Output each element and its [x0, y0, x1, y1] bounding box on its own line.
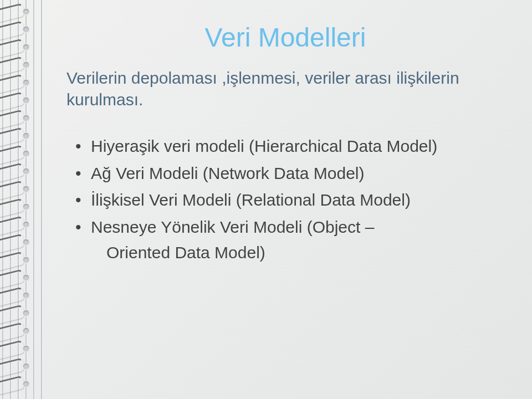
list-item: İlişkisel Veri Modeli (Relational Data M…: [75, 187, 504, 213]
slide-subtitle: Verilerin depolaması ,işlenmesi, veriler…: [66, 67, 504, 110]
slide-content: Veri Modelleri Verilerin depolaması ,işl…: [66, 22, 504, 377]
list-item-text-line2: Oriented Data Model): [91, 240, 504, 266]
page-stack-edges: [0, 0, 44, 399]
list-item: Nesneye Yönelik Veri Modeli (Object – Or…: [75, 214, 504, 266]
slide-title: Veri Modelleri: [66, 22, 504, 53]
list-item-text-line1: Nesneye Yönelik Veri Modeli (Object –: [91, 218, 374, 236]
list-item: Hiyeraşik veri modeli (Hierarchical Data…: [75, 134, 504, 160]
slide-page: Veri Modelleri Verilerin depolaması ,işl…: [0, 0, 532, 399]
list-item: Ağ Veri Modeli (Network Data Model): [75, 161, 504, 187]
spiral-binding-icon: [0, 0, 35, 399]
model-list: Hiyeraşik veri modeli (Hierarchical Data…: [66, 134, 504, 266]
